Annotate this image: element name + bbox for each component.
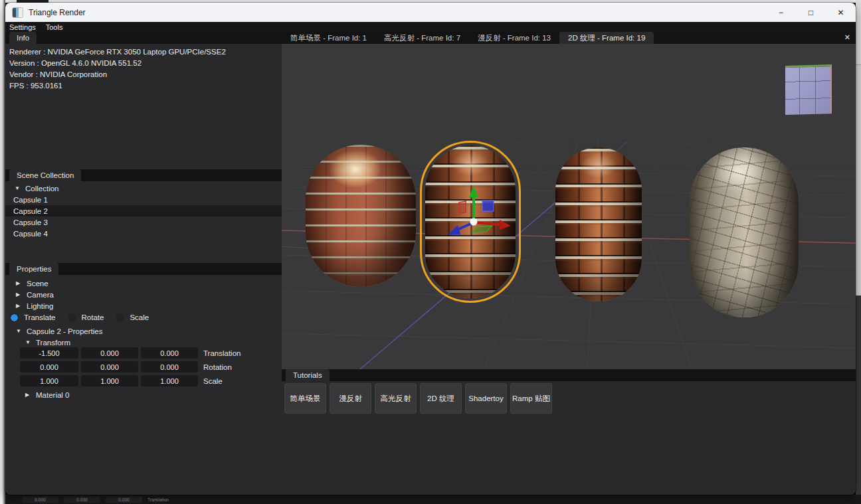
rotation-row-label: Rotation bbox=[203, 361, 232, 373]
tutorial-button-diffuse[interactable]: 漫反射 bbox=[330, 383, 371, 414]
rotation-y-field[interactable]: 0.000 bbox=[81, 361, 138, 373]
gizmo-mode-radios: Translate Rotate Scale bbox=[10, 312, 161, 323]
capsule-3-bump-brick[interactable] bbox=[555, 147, 642, 301]
scale-x-field[interactable]: 1.000 bbox=[20, 375, 78, 386]
tab-tutorials[interactable]: Tutorials bbox=[286, 369, 330, 381]
menu-item-tools[interactable]: Tools bbox=[46, 23, 63, 31]
tab-diffuse[interactable]: 漫反射 - Frame Id: 13 bbox=[469, 32, 559, 44]
scale-label[interactable]: Scale bbox=[130, 313, 149, 321]
capsule-1-smooth-brick[interactable] bbox=[306, 145, 416, 287]
background-window-fragment bbox=[17, 0, 48, 3]
tutorials-tab-bar: Tutorials bbox=[282, 369, 856, 381]
close-icon[interactable]: ✕ bbox=[826, 3, 856, 22]
background-scrollbar-segment bbox=[856, 0, 861, 65]
menu-item-settings[interactable]: Settings bbox=[9, 23, 36, 31]
menu-bar: Settings Tools bbox=[5, 22, 856, 32]
background-dark-segment bbox=[856, 295, 861, 495]
list-item-capsule-1[interactable]: Capsule 1 bbox=[5, 194, 282, 205]
material-label: Material 0 bbox=[36, 391, 70, 399]
background-bottom-segment bbox=[856, 495, 861, 504]
properties-panel: ▶ Scene ▶ Camera ▶ Lighting Translate Ro… bbox=[5, 275, 282, 495]
tab-close-icon[interactable]: ✕ bbox=[844, 33, 850, 42]
tab-specular[interactable]: 高光反射 - Frame Id: 7 bbox=[375, 32, 469, 44]
app-icon bbox=[13, 8, 23, 17]
viewport-tab-bar: 简单场景 - Frame Id: 1 高光反射 - Frame Id: 7 漫反… bbox=[282, 32, 856, 44]
info-panel: Renderer : NVIDIA GeForce RTX 3050 Lapto… bbox=[5, 44, 282, 169]
rotation-z-field[interactable]: 0.000 bbox=[141, 361, 198, 373]
object-properties-header: Capsule 2 - Properties bbox=[27, 327, 102, 335]
translation-x-field[interactable]: -1.500 bbox=[20, 347, 78, 359]
version-info: Version : OpenGL 4.6.0 NVIDIA 551.52 bbox=[9, 58, 282, 69]
tree-node-lighting[interactable]: ▶ Lighting bbox=[16, 300, 53, 311]
renderer-info: Renderer : NVIDIA GeForce RTX 3050 Lapto… bbox=[9, 46, 282, 58]
tab-2d-texture[interactable]: 2D 纹理 - Frame Id: 19 bbox=[559, 32, 654, 44]
rotate-label[interactable]: Rotate bbox=[82, 313, 104, 321]
vendor-info: Vendor : NVIDIA Corporation bbox=[9, 69, 282, 80]
background-value-box: 0.000 bbox=[22, 497, 58, 503]
background-window-strip: 0.000 0.000 0.000 Translation bbox=[5, 495, 856, 504]
info-tab-bar: Info bbox=[5, 32, 282, 44]
lighting-group-label: Lighting bbox=[27, 302, 53, 310]
camera-group-label: Camera bbox=[27, 291, 54, 299]
translate-radio[interactable] bbox=[10, 313, 19, 322]
scale-y-field[interactable]: 1.000 bbox=[81, 375, 138, 386]
tutorial-button-2d-texture[interactable]: 2D 纹理 bbox=[420, 383, 462, 414]
scene-collection-tab-bar: Scene Collection bbox=[5, 169, 282, 181]
viewport-3d-scene[interactable] bbox=[282, 44, 856, 369]
tree-node-material-0[interactable]: ▶ Material 0 bbox=[25, 389, 70, 400]
scale-radio[interactable] bbox=[116, 313, 124, 322]
background-value-box: 0.000 bbox=[106, 497, 142, 503]
light-source-cube[interactable] bbox=[785, 64, 832, 115]
scene-group-label: Scene bbox=[27, 280, 48, 288]
transform-header: Transform bbox=[36, 339, 70, 347]
chevron-down-icon[interactable]: ▼ bbox=[16, 328, 24, 334]
tutorials-panel: 简单场景 漫反射 高光反射 2D 纹理 Shadertoy Ramp 贴图 bbox=[282, 381, 856, 495]
rotation-x-field[interactable]: 0.000 bbox=[20, 361, 78, 373]
tab-info[interactable]: Info bbox=[9, 32, 37, 44]
maximize-icon[interactable]: □ bbox=[796, 3, 826, 22]
background-window-left-edge bbox=[0, 0, 5, 504]
chevron-right-icon[interactable]: ▶ bbox=[16, 292, 24, 297]
capsule-2-selected[interactable] bbox=[425, 145, 516, 298]
tree-node-transform[interactable]: ▼ Transform bbox=[25, 337, 70, 348]
app-window: Triangle Render − □ ✕ Settings Tools Inf… bbox=[5, 3, 856, 495]
tab-simple-scene[interactable]: 简单场景 - Frame Id: 1 bbox=[282, 32, 375, 44]
tree-node-capsule2-properties[interactable]: ▼ Capsule 2 - Properties bbox=[16, 325, 102, 337]
tree-node-camera[interactable]: ▶ Camera bbox=[16, 289, 54, 300]
background-value-label: Translation bbox=[147, 497, 169, 502]
chevron-right-icon[interactable]: ▶ bbox=[16, 280, 24, 286]
translate-label[interactable]: Translate bbox=[24, 313, 56, 321]
tree-node-collection[interactable]: ▼ Collection bbox=[5, 183, 282, 194]
tutorial-button-specular[interactable]: 高光反射 bbox=[375, 383, 417, 414]
properties-tab-bar: Properties bbox=[5, 263, 282, 275]
scale-z-field[interactable]: 1.000 bbox=[141, 375, 198, 386]
translation-z-field[interactable]: 0.000 bbox=[141, 347, 198, 359]
scale-row-label: Scale bbox=[203, 375, 223, 386]
chevron-down-icon[interactable]: ▼ bbox=[25, 339, 33, 345]
window-controls: − □ ✕ bbox=[766, 3, 856, 22]
window-title: Triangle Render bbox=[29, 8, 86, 17]
translation-y-field[interactable]: 0.000 bbox=[81, 347, 138, 359]
chevron-down-icon[interactable]: ▼ bbox=[15, 185, 23, 191]
left-panel-column: Info Renderer : NVIDIA GeForce RTX 3050 … bbox=[5, 32, 282, 495]
list-item-capsule-2[interactable]: Capsule 2 bbox=[5, 205, 282, 216]
translation-row-label: Translation bbox=[203, 347, 240, 359]
fps-info: FPS : 953.0161 bbox=[9, 80, 282, 92]
background-window-right-edge bbox=[856, 0, 861, 504]
viewport-column: 简单场景 - Frame Id: 1 高光反射 - Frame Id: 7 漫反… bbox=[282, 32, 856, 495]
tab-properties[interactable]: Properties bbox=[9, 263, 58, 275]
chevron-right-icon[interactable]: ▶ bbox=[16, 303, 24, 309]
tutorial-button-ramp-map[interactable]: Ramp 贴图 bbox=[510, 383, 552, 414]
tree-node-scene[interactable]: ▶ Scene bbox=[16, 278, 48, 289]
rotate-radio[interactable] bbox=[68, 313, 76, 322]
list-item-capsule-4[interactable]: Capsule 4 bbox=[5, 228, 282, 239]
list-item-capsule-3[interactable]: Capsule 3 bbox=[5, 216, 282, 228]
tutorial-button-shadertoy[interactable]: Shadertoy bbox=[465, 383, 507, 414]
capsule-4-stone[interactable] bbox=[690, 147, 799, 317]
tutorial-button-simple-scene[interactable]: 简单场景 bbox=[284, 383, 326, 414]
collection-label: Collection bbox=[25, 185, 59, 193]
background-value-box: 0.000 bbox=[64, 497, 100, 503]
tab-scene-collection[interactable]: Scene Collection bbox=[9, 169, 81, 181]
chevron-right-icon[interactable]: ▶ bbox=[25, 392, 33, 398]
minimize-icon[interactable]: − bbox=[766, 3, 796, 22]
